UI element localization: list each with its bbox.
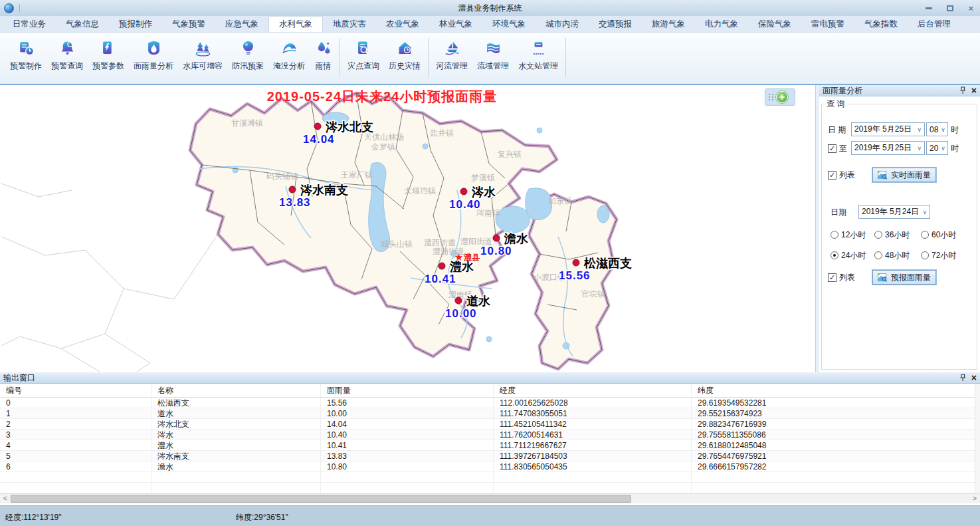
scrollbar-thumb[interactable] (11, 495, 631, 503)
radio-72h[interactable] (921, 251, 929, 259)
vertical-scrollbar[interactable] (975, 384, 980, 493)
tool-area-rainfall-analysis[interactable]: 面雨量分析 (129, 38, 178, 84)
realtime-start-date-select[interactable]: 2019年 5月25日 ∨ (851, 122, 925, 136)
realtime-start-hour-select[interactable]: 08 ∨ (926, 122, 948, 136)
menu-backend-admin[interactable]: 后台管理 (908, 16, 961, 32)
radio-60h[interactable] (921, 231, 929, 239)
menu-hydrology-weather[interactable]: 水利气象 (268, 16, 323, 32)
to-date-checkbox[interactable]: ✓ (828, 144, 836, 153)
minimize-icon (926, 7, 932, 9)
maximize-button[interactable] (947, 5, 953, 11)
horizontal-scrollbar[interactable]: < > (0, 493, 980, 503)
tool-disaster-point-query[interactable]: 灾点查询 (343, 38, 384, 84)
col-header-name[interactable]: 名称 (151, 384, 321, 397)
panel-close-button[interactable]: × (971, 85, 977, 96)
forecast-list-checkbox[interactable]: ✓ (828, 273, 836, 282)
table-row[interactable]: 0 松滋西支 15.56 112.001625625028 29.6193549… (0, 398, 975, 408)
cell-rainfall: 10.40 (321, 430, 494, 440)
cell-rainfall: 10.80 (321, 461, 494, 471)
map-query-icon (878, 273, 888, 283)
radio-48h[interactable] (874, 251, 882, 259)
minimize-button[interactable] (926, 7, 932, 9)
radio-12h-label: 12小时 (841, 229, 866, 241)
station-name: 涔水北支 (325, 120, 373, 134)
output-table: 编号 名称 面雨量 经度 纬度 0 松滋西支 15.56 112.0016256… (0, 384, 975, 493)
cell-latitude: 29.7654476975921 (692, 451, 975, 461)
menu-tourism-weather[interactable]: 旅游气象 (642, 16, 695, 32)
menu-forestry-weather[interactable]: 林业气象 (429, 16, 482, 32)
radio-36h[interactable] (874, 231, 882, 239)
menu-agriculture-weather[interactable]: 农业气象 (376, 16, 429, 32)
chevron-down-icon: ∨ (920, 209, 930, 215)
tool-warning-query[interactable]: 预警查询 (47, 38, 88, 84)
realtime-list-label: 列表 (839, 170, 855, 181)
tool-river-manage[interactable]: 河流管理 (431, 38, 472, 84)
waves-icon (484, 39, 502, 57)
document-clock-icon (17, 39, 35, 57)
forecast-rainfall-button[interactable]: 预报面雨量 (872, 270, 936, 285)
tool-submerge-analysis[interactable]: 淹没分析 (268, 38, 310, 84)
forecast-date-select[interactable]: 2019年 5月24日 ∨ (858, 205, 930, 219)
realtime-end-date-select[interactable]: 2019年 5月25日 ∨ (851, 141, 925, 155)
pin-button[interactable] (959, 374, 966, 382)
tool-history-disaster[interactable]: 历史灾情 (384, 38, 425, 84)
table-row[interactable]: 4 澧水 10.41 111.711219667627 29.618801248… (0, 440, 975, 451)
table-row[interactable]: 1 道水 10.00 111.747083055051 29.552156374… (0, 408, 975, 419)
menu-power-weather[interactable]: 电力气象 (695, 16, 748, 32)
menu-lightning-warning[interactable]: 雷电预警 (801, 16, 854, 32)
cell-id: 1 (0, 408, 151, 418)
neighbor-boundaries (1, 184, 218, 372)
table-row[interactable]: 6 澹水 10.80 111.830565050435 29.666615795… (0, 461, 975, 472)
table-row[interactable]: 5 涔水南支 13.83 111.397267184503 29.7654476… (0, 451, 975, 461)
tool-warning-make[interactable]: 预警制作 (5, 38, 47, 84)
tool-rain-info[interactable]: 雨情 (310, 38, 337, 84)
station-value: 10.00 (445, 307, 477, 320)
station-name: 涔水南支 (300, 184, 348, 197)
menu-insurance-weather[interactable]: 保险气象 (748, 16, 801, 32)
add-layer-icon[interactable]: + (776, 91, 788, 103)
document-lightning-icon (100, 39, 118, 57)
col-header-latitude[interactable]: 纬度 (692, 384, 975, 397)
menu-emergency-weather[interactable]: 应急气象 (215, 16, 268, 32)
menu-geological-disaster[interactable]: 地质灾害 (323, 16, 376, 32)
scroll-right-arrow-icon[interactable]: > (969, 494, 980, 503)
cell-rainfall: 10.41 (321, 440, 494, 450)
menu-weather-info[interactable]: 气象信息 (56, 16, 109, 32)
table-row[interactable]: 3 涔水 10.40 111.76200514631 29.7555811355… (0, 430, 975, 440)
tool-warning-params[interactable]: 预警参数 (88, 38, 129, 84)
menu-weather-warning[interactable]: 气象预警 (162, 16, 215, 32)
menu-traffic-forecast[interactable]: 交通预报 (589, 16, 642, 32)
close-button[interactable]: × (968, 3, 973, 13)
map-canvas[interactable]: 甘溪滩镇 盐井镇 天供山林场 金罗镇 复兴镇 码头铺镇 王家厂镇 梦溪镇 大堰垱… (0, 85, 815, 372)
tool-flood-plan[interactable]: 防汛预案 (227, 38, 268, 84)
cell-rainfall: 14.04 (321, 419, 494, 429)
realtime-end-hour-select[interactable]: 20 ∨ (926, 141, 948, 155)
col-header-longitude[interactable]: 经度 (494, 384, 692, 397)
bell-search-icon (58, 39, 76, 57)
cell-id: 5 (0, 451, 151, 461)
table-row[interactable]: 2 涔水北支 14.04 111.452105411342 29.8823476… (0, 419, 975, 430)
col-header-rainfall[interactable]: 面雨量 (321, 384, 494, 397)
cell-name: 澧水 (151, 440, 321, 450)
map-tool-button[interactable]: + (765, 88, 795, 106)
radio-24h[interactable] (831, 251, 838, 259)
menu-forecast-make[interactable]: 预报制作 (109, 16, 162, 32)
station-value: 10.41 (425, 273, 456, 285)
menu-urban-flood[interactable]: 城市内涝 (536, 16, 589, 32)
forecast-list-label: 列表 (839, 272, 855, 283)
menu-environment-weather[interactable]: 环境气象 (482, 16, 536, 32)
realtime-rainfall-button[interactable]: 实时面雨量 (872, 168, 936, 182)
pin-button[interactable] (959, 86, 966, 94)
scroll-left-arrow-icon[interactable]: < (0, 494, 11, 503)
output-close-button[interactable]: × (971, 372, 977, 383)
cell-id: 6 (0, 461, 151, 471)
status-longitude: 经度:112°13'19" (5, 512, 62, 523)
menu-weather-index[interactable]: 气象指数 (854, 16, 908, 32)
col-header-id[interactable]: 编号 (0, 384, 151, 397)
tool-reservoir-capacity[interactable]: 水库可增容 (178, 38, 227, 84)
radio-12h[interactable] (831, 231, 838, 239)
realtime-list-checkbox[interactable]: ✓ (828, 171, 836, 180)
menu-daily-business[interactable]: 日常业务 (3, 16, 56, 32)
tool-basin-manage[interactable]: 流域管理 (472, 38, 514, 84)
tool-hydrostation-manage[interactable]: 水文站管理 (514, 38, 563, 84)
